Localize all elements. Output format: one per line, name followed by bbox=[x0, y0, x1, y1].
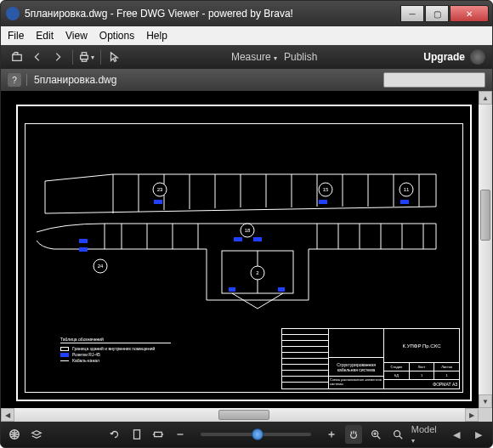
zoom-out-icon[interactable] bbox=[172, 425, 189, 444]
svg-rect-50 bbox=[278, 287, 285, 292]
settings-icon[interactable] bbox=[470, 49, 485, 65]
menu-options[interactable]: Options bbox=[99, 30, 134, 42]
legend: Таблица обозначений Граница зданий и вну… bbox=[60, 337, 171, 364]
svg-rect-0 bbox=[13, 54, 22, 60]
scroll-up-icon[interactable]: ▲ bbox=[479, 91, 492, 105]
menu-help[interactable]: Help bbox=[146, 30, 167, 42]
zoom-slider[interactable] bbox=[201, 433, 311, 436]
menubar: File Edit View Options Help bbox=[1, 26, 492, 45]
zoom-tool-icon[interactable] bbox=[389, 425, 406, 444]
vertical-scrollbar[interactable]: ▲ ▼ bbox=[479, 91, 492, 408]
svg-rect-42 bbox=[154, 200, 162, 204]
help-icon[interactable]: ? bbox=[8, 73, 21, 87]
tabbar: ? 5планировка.dwg bbox=[1, 69, 492, 91]
statusbar: Model ▾ ◀ ▶ bbox=[1, 422, 492, 447]
zoom-in-icon[interactable] bbox=[323, 425, 340, 444]
svg-text:23: 23 bbox=[157, 187, 163, 192]
svg-text:18: 18 bbox=[245, 228, 251, 233]
print-button[interactable]: ▾ bbox=[76, 48, 95, 65]
menu-edit[interactable]: Edit bbox=[36, 30, 54, 42]
svg-rect-45 bbox=[234, 237, 242, 241]
scroll-thumb-h[interactable] bbox=[218, 410, 269, 420]
svg-text:15: 15 bbox=[323, 187, 329, 192]
scroll-corner bbox=[479, 408, 492, 422]
floor-plan: 23 15 11 18 24 2 bbox=[37, 147, 445, 317]
menu-view[interactable]: View bbox=[65, 30, 88, 42]
svg-text:11: 11 bbox=[404, 187, 410, 192]
tab-filename[interactable]: 5планировка.dwg bbox=[34, 74, 116, 86]
layout-selector[interactable]: Model ▾ bbox=[411, 424, 439, 445]
measure-button[interactable]: Measure ▾ bbox=[231, 51, 277, 63]
search-input[interactable] bbox=[383, 72, 485, 88]
titlebar[interactable]: 5планировка.dwg - Free DWG Viewer - powe… bbox=[1, 1, 492, 26]
minimize-button[interactable]: ─ bbox=[400, 5, 424, 22]
drawing-sheet: 23 15 11 18 24 2 bbox=[16, 105, 472, 401]
close-button[interactable]: ✕ bbox=[450, 5, 489, 22]
rotate-ccw-icon[interactable] bbox=[106, 425, 123, 444]
svg-text:24: 24 bbox=[98, 264, 104, 269]
fit-width-icon[interactable] bbox=[150, 425, 167, 444]
svg-rect-53 bbox=[155, 432, 162, 436]
forward-button[interactable] bbox=[48, 48, 67, 65]
prev-layout-icon[interactable]: ◀ bbox=[448, 425, 465, 444]
scroll-left-icon[interactable]: ◀ bbox=[1, 408, 14, 422]
svg-rect-47 bbox=[79, 239, 88, 243]
pan-icon[interactable] bbox=[345, 425, 362, 444]
svg-rect-2 bbox=[82, 53, 86, 56]
maximize-button[interactable]: ▢ bbox=[425, 5, 449, 22]
viewport[interactable]: 23 15 11 18 24 2 bbox=[1, 91, 479, 408]
app-icon bbox=[6, 7, 20, 20]
layers-icon[interactable] bbox=[28, 425, 45, 444]
horizontal-scrollbar[interactable]: ◀ ▶ bbox=[1, 408, 479, 422]
next-layout-icon[interactable]: ▶ bbox=[470, 425, 487, 444]
app-window: 5планировка.dwg - Free DWG Viewer - powe… bbox=[0, 0, 493, 448]
pointer-button[interactable] bbox=[105, 48, 123, 65]
zoom-knob[interactable] bbox=[252, 428, 264, 440]
svg-rect-46 bbox=[253, 237, 262, 241]
svg-rect-43 bbox=[319, 200, 327, 204]
menu-file[interactable]: File bbox=[8, 30, 24, 42]
svg-rect-52 bbox=[133, 430, 139, 439]
scroll-right-icon[interactable]: ▶ bbox=[465, 408, 479, 422]
svg-rect-48 bbox=[79, 247, 88, 252]
svg-rect-49 bbox=[229, 287, 235, 292]
page-icon[interactable] bbox=[128, 425, 145, 444]
globe-icon[interactable] bbox=[6, 425, 23, 444]
canvas-area: 23 15 11 18 24 2 bbox=[1, 91, 492, 408]
scroll-down-icon[interactable]: ▼ bbox=[479, 394, 492, 408]
svg-rect-44 bbox=[400, 200, 409, 204]
svg-point-55 bbox=[394, 431, 400, 437]
window-title: 5планировка.dwg - Free DWG Viewer - powe… bbox=[25, 8, 400, 20]
open-button[interactable] bbox=[8, 48, 26, 65]
zoom-region-icon[interactable] bbox=[367, 425, 384, 444]
separator bbox=[26, 74, 27, 86]
svg-rect-3 bbox=[82, 60, 86, 62]
upgrade-button[interactable]: Upgrade bbox=[423, 51, 465, 63]
back-button[interactable] bbox=[28, 48, 47, 65]
publish-button[interactable]: Publish bbox=[284, 51, 317, 63]
title-block: Структурированнаякабельная система Схема… bbox=[281, 328, 460, 389]
main-toolbar: ▾ Measure ▾ Publish Upgrade bbox=[1, 45, 492, 69]
scroll-thumb[interactable] bbox=[480, 190, 490, 241]
